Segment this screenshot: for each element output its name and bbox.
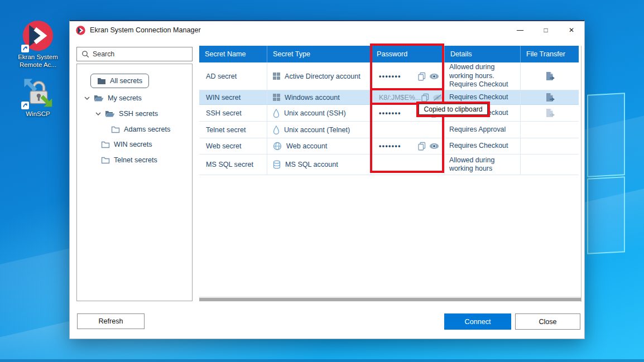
table-row-selected[interactable]: WIN secret Windows account K8/:JM$E%...	[199, 90, 579, 105]
column-header-file-transfer[interactable]: File Transfer	[521, 46, 579, 62]
copy-password-icon[interactable]	[430, 109, 439, 118]
column-header-details[interactable]: Details	[445, 46, 521, 62]
unix-icon	[273, 126, 280, 134]
show-password-eye-icon[interactable]	[429, 143, 439, 149]
close-button[interactable]: Close	[515, 313, 580, 330]
folder-open-icon	[94, 94, 104, 102]
revealed-password: K8/:JM$E%...	[379, 94, 421, 102]
folder-open-icon	[105, 110, 115, 118]
tree-item-my-secrets[interactable]: My secrets	[77, 92, 192, 104]
table-row[interactable]: AD secret Active Directory account •••••…	[199, 62, 579, 90]
scrollbar-divider	[581, 46, 581, 302]
copy-password-icon[interactable]	[417, 72, 426, 81]
horizontal-scrollbar-thumb[interactable]	[199, 298, 581, 301]
table-row[interactable]: Telnet secret Unix account (Telnet) Requ…	[199, 122, 579, 138]
file-transfer-icon[interactable]	[545, 93, 555, 103]
desktop-icon-label: WinSCP	[26, 110, 50, 118]
window-title: Ekran System Connection Manager	[90, 26, 201, 34]
search-input[interactable]	[93, 50, 192, 58]
table-row[interactable]: SSH secret Unix account (SSH) •••••••	[199, 105, 579, 122]
copy-password-icon[interactable]	[421, 93, 430, 102]
tree-item-all-secrets[interactable]: All secrets	[90, 74, 149, 88]
file-transfer-icon-disabled	[545, 108, 555, 118]
show-password-eye-icon[interactable]	[429, 73, 439, 80]
app-logo-icon	[76, 26, 85, 35]
horizontal-scrollbar[interactable]	[199, 297, 581, 302]
shortcut-arrow-icon	[21, 102, 29, 109]
search-box[interactable]	[76, 47, 193, 61]
maximize-button[interactable]: □	[533, 21, 559, 39]
masked-password: •••••••	[379, 109, 401, 117]
taskbar-edge	[0, 359, 644, 362]
search-icon	[81, 50, 89, 58]
desktop-icon-winscp[interactable]: WinSCP	[11, 77, 65, 118]
globe-icon	[273, 142, 282, 151]
desktop: Ekran System Remote Ac...	[0, 0, 644, 362]
chevron-down-icon[interactable]	[84, 96, 90, 100]
folder-filled-icon	[97, 77, 106, 85]
secrets-tree-panel: All secrets My secrets	[76, 64, 193, 301]
copy-password-icon[interactable]	[417, 142, 426, 151]
tree-item-win-secrets[interactable]: WIN secrets	[77, 138, 192, 151]
title-bar[interactable]: Ekran System Connection Manager — □ ✕	[70, 21, 584, 39]
minimize-button[interactable]: —	[507, 21, 533, 39]
desktop-icon-label: Ekran System Remote Ac...	[18, 53, 58, 69]
shortcut-arrow-icon	[21, 45, 29, 52]
tree-item-adams-secrets[interactable]: Adams secrets	[77, 123, 192, 136]
column-header-password[interactable]: Password	[371, 46, 445, 62]
masked-password: •••••••	[379, 142, 401, 150]
tree-item-ssh-secrets[interactable]: SSH secrets	[77, 108, 192, 120]
table-row[interactable]: Web secret Web account •••••••	[199, 138, 579, 155]
secrets-table: Secret Name Secret Type Password Details…	[199, 46, 579, 175]
ekran-logo-icon	[22, 20, 54, 51]
table-row[interactable]: MS SQL secret MS SQL account Allowed dur…	[199, 155, 579, 175]
column-header-secret-name[interactable]: Secret Name	[199, 46, 267, 62]
windows-icon	[273, 73, 280, 80]
database-icon	[273, 160, 281, 169]
masked-password: •••••••	[379, 73, 401, 80]
hide-password-eye-slash-icon[interactable]	[432, 94, 443, 101]
column-header-secret-type[interactable]: Secret Type	[267, 46, 371, 62]
unix-icon	[273, 109, 280, 118]
tree-item-telnet-secrets[interactable]: Telnet secrets	[77, 154, 192, 166]
table-header-row: Secret Name Secret Type Password Details…	[199, 46, 579, 62]
wallpaper-window-pane	[587, 176, 625, 254]
chevron-down-icon[interactable]	[95, 112, 101, 115]
close-window-button[interactable]: ✕	[559, 21, 584, 39]
winscp-lock-icon	[22, 77, 54, 108]
file-transfer-icon[interactable]	[545, 71, 555, 81]
desktop-icon-ekran[interactable]: Ekran System Remote Ac...	[11, 20, 65, 69]
folder-outline-icon	[101, 156, 110, 164]
windows-icon	[273, 94, 280, 101]
connection-manager-window: Ekran System Connection Manager — □ ✕ Al…	[69, 20, 585, 339]
refresh-button[interactable]: Refresh	[77, 313, 145, 329]
folder-outline-icon	[111, 126, 120, 133]
wallpaper-window-pane	[587, 93, 625, 177]
folder-outline-icon	[101, 141, 110, 148]
connect-button[interactable]: Connect	[444, 313, 511, 330]
